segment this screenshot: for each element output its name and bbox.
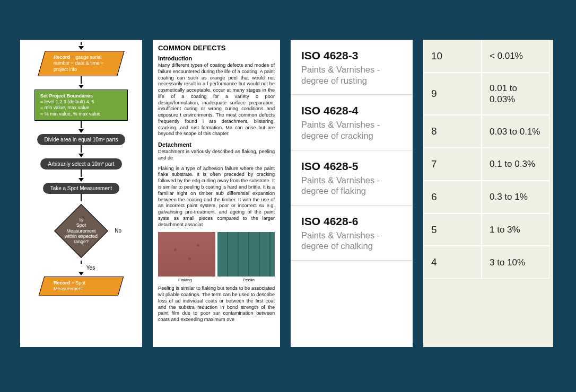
record-title: Record: [54, 55, 70, 60]
step-select: Arbitrarily select a 10m² part: [40, 158, 121, 170]
flowchart-panel: Record = gauge serial number = date & ti…: [20, 40, 142, 347]
iso-item[interactable]: ISO 4628-6 Paints & Varnishes - degree o…: [291, 206, 413, 261]
table-cell-value: < 0.01%: [482, 40, 549, 73]
rating-table: 10 < 0.01% 9 0.01 to 0.03% 8 0.03 to 0.1…: [423, 40, 553, 279]
set-title: Set Project Boundaries: [40, 93, 122, 99]
set-block: Set Project Boundaries = level 1,2,3 (de…: [34, 90, 128, 121]
iso-subtitle: Paints & Varnishes - degree of rusting: [301, 64, 402, 86]
record-block-2: Record = Spot Measurement: [39, 277, 124, 296]
iso-item[interactable]: ISO 4628-5 Paints & Varnishes - degree o…: [291, 150, 413, 206]
defects-title: COMMON DEFECTS: [158, 44, 275, 52]
defects-panel: COMMON DEFECTS Introduction Many differe…: [153, 40, 280, 347]
decision-block: IsSpotMeasurementwithin expectedrange? N…: [55, 204, 108, 257]
iso-title: ISO 4628-3: [301, 49, 402, 62]
peeling-caption: Peelin: [243, 278, 255, 282]
detachment-heading: Detachment: [158, 141, 275, 148]
branch-yes: Yes: [86, 265, 95, 271]
flaking-caption: Flaking: [178, 278, 192, 282]
branch-no: No: [115, 228, 121, 234]
iso-item[interactable]: ISO 4628-4 Paints & Varnishes - degree o…: [291, 95, 413, 150]
step-measure: Take a Spot Measurement: [43, 183, 120, 194]
flaking-image: [158, 232, 215, 277]
iso-list-panel: ISO 4628-3 Paints & Varnishes - degree o…: [291, 40, 413, 347]
rating-table-panel: 10 < 0.01% 9 0.01 to 0.03% 8 0.03 to 0.1…: [423, 40, 553, 347]
intro-heading: Introduction: [158, 55, 275, 61]
record-block: Record = gauge serial number = date & ti…: [38, 51, 125, 76]
step-divide: Divide area in equal 10m² parts: [37, 134, 126, 145]
intro-text: Many different types of coating defects …: [158, 63, 275, 137]
peeling-image: [217, 232, 275, 277]
iso-item[interactable]: ISO 4628-3 Paints & Varnishes - degree o…: [291, 40, 413, 95]
table-cell-rating: 10: [423, 40, 482, 73]
